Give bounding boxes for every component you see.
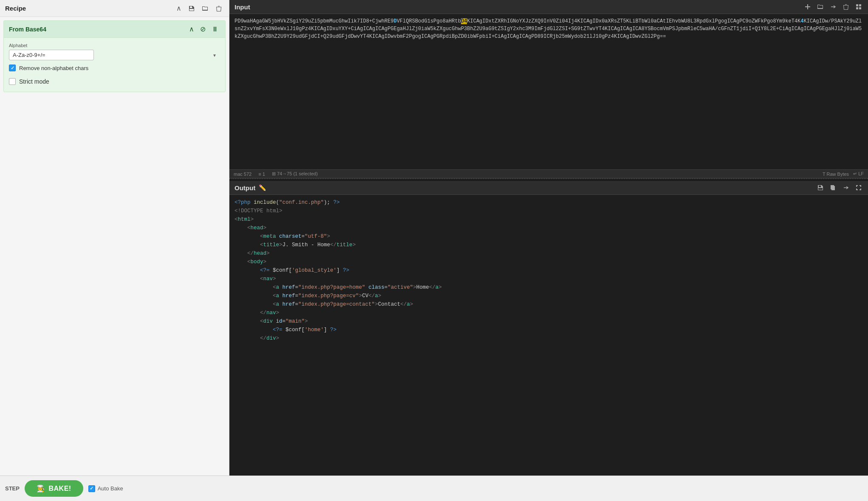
bake-chef-icon: 👨‍🍳 [37,484,45,493]
alphabet-label: Alphabet [9,43,220,48]
open-input-button[interactable] [816,3,825,11]
send-output-button[interactable] [842,183,850,192]
bake-label: BAKE! [48,485,71,493]
input-status-left: mac 572 ≡ 1 ⊞ 74→75 (1 selected) [234,171,318,177]
svg-rect-1 [859,4,861,6]
pause-section-button[interactable]: ⏸ [210,25,220,34]
input-title: Input [235,3,250,11]
section-controls: ∧ ⊘ ⏸ [187,24,220,34]
strict-mode-row: Strict mode [9,75,220,87]
save-recipe-button[interactable] [187,4,197,13]
svg-rect-2 [856,7,858,9]
bake-button[interactable]: 👨‍🍳 BAKE! [25,480,83,497]
right-panel: Input PD9waHAgaGW5jbHVkZSgiY29u [229,0,868,501]
auto-bake-checkbox[interactable] [88,485,95,492]
delete-input-button[interactable] [842,3,850,11]
input-status-right: T Raw Bytes ↵ LF [823,171,864,177]
input-content[interactable]: PD9waHAgaGW5jbHVkZSgiY29uZi5pbmMucGhwIik… [229,14,868,169]
input-lines-label: ≡ 1 [258,172,265,177]
recipe-header-icons: ∧ [175,3,224,13]
left-panel: Recipe ∧ From Base64 ∧ ⊘ ⏸ Alphabet [0,0,229,501]
remove-nonalpha-label: Remove non-alphabet chars [19,65,88,71]
input-newline-button[interactable]: ↵ LF [853,171,864,177]
from-base64-header: From Base64 ∧ ⊘ ⏸ [4,21,225,38]
recipe-header: Recipe ∧ [0,0,229,17]
from-base64-title: From Base64 [9,26,46,33]
output-section: Output ✏️ <?php include("conf.inc.php");… [229,181,868,501]
input-position-label: ⊞ 74→75 (1 selected) [272,171,318,177]
output-content[interactable]: <?php include("conf.inc.php"); ?> <!DOCT… [229,195,868,493]
auto-bake-label: Auto Bake [98,485,123,492]
strict-mode-label: Strict mode [19,78,49,85]
input-header: Input [229,0,868,14]
disable-section-button[interactable]: ⊘ [198,24,207,34]
save-output-button[interactable] [816,183,825,192]
output-header-icons [816,183,863,192]
remove-nonalpha-row: Remove non-alphabet chars [9,65,220,71]
copy-output-button[interactable] [829,183,837,192]
step-label: STEP [5,485,20,492]
delete-recipe-button[interactable] [214,4,224,13]
open-recipe-button[interactable] [200,4,210,13]
select-arrow-icon: ▼ [212,53,217,57]
alphabet-select-wrapper: A-Za-z0-9+/= A-Za-z0-9-_ ▼ [9,50,220,60]
output-title: Output [235,184,255,191]
add-input-button[interactable] [803,3,812,11]
auto-bake-row: Auto Bake [88,485,123,492]
transfer-input-button[interactable] [829,3,837,11]
input-mac-label: mac 572 [234,172,252,177]
input-format-label: T Raw Bytes [823,172,849,177]
layout-input-button[interactable] [854,3,863,11]
svg-rect-0 [856,4,858,6]
output-header: Output ✏️ [229,181,868,195]
remove-nonalpha-checkbox[interactable] [9,65,16,71]
step-bar: STEP 👨‍🍳 BAKE! Auto Bake [0,476,868,501]
wand-icon[interactable]: ✏️ [259,184,266,191]
svg-rect-3 [859,7,861,9]
input-section: Input PD9waHAgaGW5jbHVkZSgiY29u [229,0,868,178]
recipe-title: Recipe [5,5,26,12]
collapse-section-button[interactable]: ∧ [187,24,196,34]
collapse-button[interactable]: ∧ [175,3,183,13]
fullscreen-output-button[interactable] [854,183,863,192]
input-statusbar: mac 572 ≡ 1 ⊞ 74→75 (1 selected) T Raw B… [229,169,868,178]
strict-mode-checkbox[interactable] [9,78,16,85]
input-header-icons [803,3,863,11]
alphabet-select[interactable]: A-Za-z0-9+/= A-Za-z0-9-_ [9,50,94,60]
output-title-row: Output ✏️ [235,184,266,191]
section-body: Alphabet A-Za-z0-9+/= A-Za-z0-9-_ ▼ Remo… [4,38,225,92]
from-base64-section: From Base64 ∧ ⊘ ⏸ Alphabet A-Za-z0-9+/= … [3,20,226,92]
